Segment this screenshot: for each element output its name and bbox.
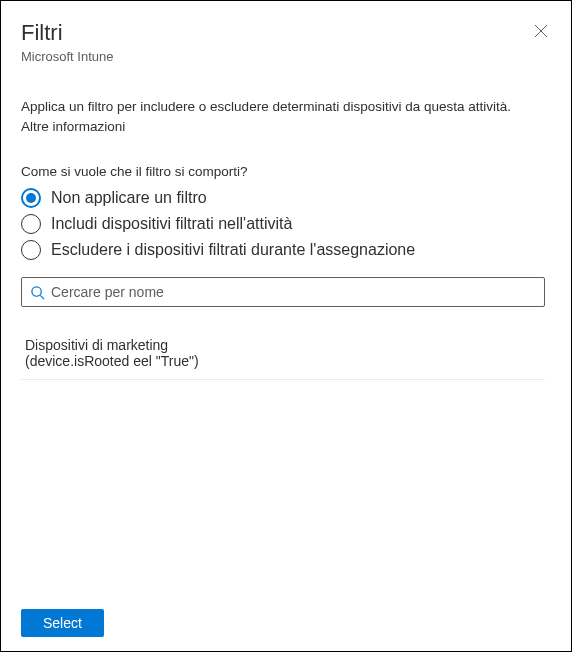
filter-list-item[interactable]: Dispositivi di marketing (device.isRoote… — [21, 329, 545, 380]
learn-more-link[interactable]: Altre informazioni — [21, 118, 551, 136]
search-input[interactable] — [51, 284, 536, 300]
close-icon — [534, 24, 548, 38]
radio-icon — [21, 188, 41, 208]
panel-description: Applica un filtro per includere o esclud… — [1, 70, 571, 136]
radio-icon — [21, 240, 41, 260]
radio-label: Includi dispositivi filtrati nell'attivi… — [51, 215, 292, 233]
behavior-prompt: Come si vuole che il filtro si comporti? — [21, 164, 551, 179]
panel-subtitle: Microsoft Intune — [21, 49, 551, 64]
panel-footer: Select — [1, 595, 571, 651]
search-icon — [30, 285, 45, 300]
description-text: Applica un filtro per includere o esclud… — [21, 99, 511, 114]
radio-include[interactable]: Includi dispositivi filtrati nell'attivi… — [21, 211, 551, 237]
panel-header: Filtri Microsoft Intune — [1, 1, 571, 70]
close-button[interactable] — [531, 21, 551, 41]
spacer — [21, 380, 551, 584]
radio-do-not-apply[interactable]: Non applicare un filtro — [21, 185, 551, 211]
scroll-area[interactable]: Come si vuole che il filtro si comporti?… — [21, 164, 551, 584]
filter-rule: (device.isRooted eel "True") — [25, 353, 541, 369]
select-button[interactable]: Select — [21, 609, 104, 637]
panel-title: Filtri — [21, 19, 551, 47]
filter-behavior-radio-group: Non applicare un filtro Includi disposit… — [21, 185, 551, 263]
radio-exclude[interactable]: Escludere i dispositivi filtrati durante… — [21, 237, 551, 263]
filter-name: Dispositivi di marketing — [25, 337, 541, 353]
svg-line-3 — [40, 295, 44, 299]
radio-label: Escludere i dispositivi filtrati durante… — [51, 241, 415, 259]
search-box[interactable] — [21, 277, 545, 307]
radio-icon — [21, 214, 41, 234]
radio-label: Non applicare un filtro — [51, 189, 207, 207]
svg-point-2 — [32, 286, 41, 295]
